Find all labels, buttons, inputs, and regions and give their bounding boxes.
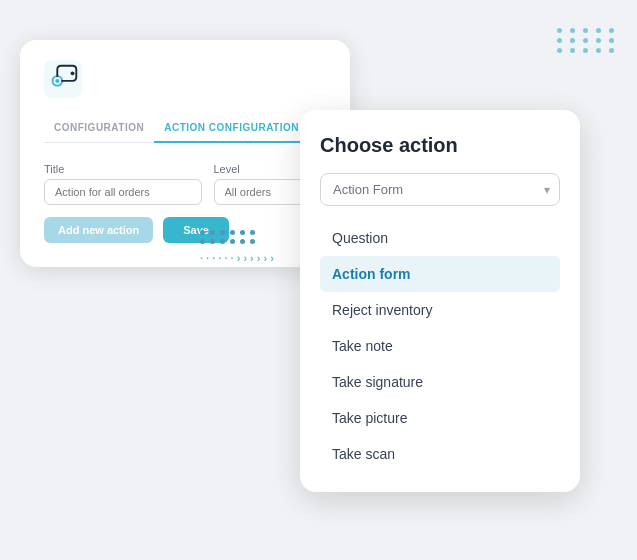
tab-action-configuration[interactable]: ACTION CONFIGURATION [154, 114, 309, 143]
choose-action-heading: Choose action [320, 134, 560, 157]
action-item-take-picture[interactable]: Take picture [320, 400, 560, 436]
mid-decoration: · · · · · · › › › › › › [200, 230, 274, 264]
right-card: Choose action Action Form Question Rejec… [300, 110, 580, 492]
decorative-dots-tr [557, 28, 617, 53]
action-item-reject-inventory[interactable]: Reject inventory [320, 292, 560, 328]
tab-configuration[interactable]: CONFIGURATION [44, 114, 154, 142]
action-item-action-form[interactable]: Action form [320, 256, 560, 292]
arrow-decoration: · · · · · · › › › › › › [200, 252, 274, 264]
action-item-take-scan[interactable]: Take scan [320, 436, 560, 472]
svg-point-2 [55, 79, 59, 83]
title-input[interactable] [44, 179, 202, 205]
title-group: Title [44, 163, 202, 205]
logo-area [44, 60, 326, 102]
svg-point-3 [71, 71, 75, 75]
action-list: Question Action form Reject inventory Ta… [320, 220, 560, 472]
title-label: Title [44, 163, 202, 175]
tabs-nav: CONFIGURATION ACTION CONFIGURATION ASSIG… [44, 114, 326, 143]
app-logo [44, 60, 82, 98]
action-dropdown[interactable]: Action Form Question Reject inventory Ta… [320, 173, 560, 206]
action-item-question[interactable]: Question [320, 220, 560, 256]
add-new-action-button[interactable]: Add new action [44, 217, 153, 243]
form-row: Title Level [44, 163, 326, 205]
button-row: Add new action Save [44, 217, 326, 243]
action-item-take-signature[interactable]: Take signature [320, 364, 560, 400]
action-item-take-note[interactable]: Take note [320, 328, 560, 364]
action-dropdown-wrapper: Action Form Question Reject inventory Ta… [320, 173, 560, 206]
